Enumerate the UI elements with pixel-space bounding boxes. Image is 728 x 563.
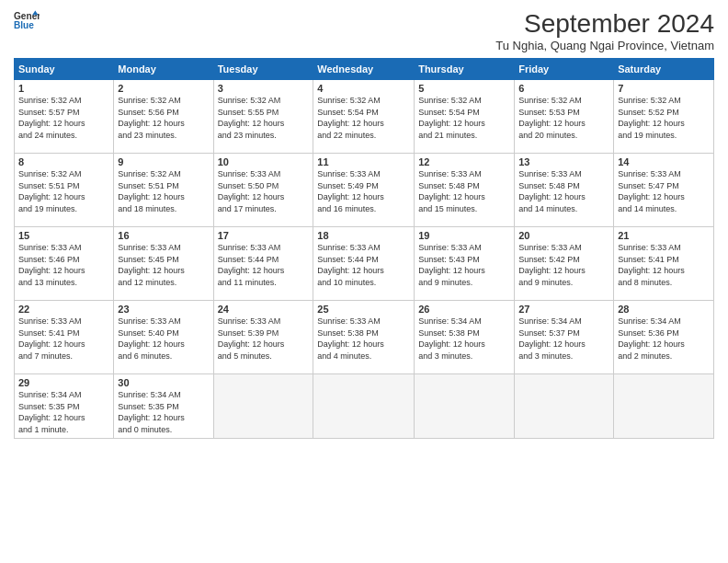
day-info: Sunrise: 5:33 AMSunset: 5:43 PMDaylight:… <box>418 242 510 288</box>
day-info: Sunrise: 5:33 AMSunset: 5:41 PMDaylight:… <box>618 242 710 288</box>
day-number: 26 <box>418 304 510 315</box>
day-number: 3 <box>218 83 310 94</box>
day-info: Sunrise: 5:33 AMSunset: 5:47 PMDaylight:… <box>618 168 710 214</box>
day-cell: 26Sunrise: 5:34 AMSunset: 5:38 PMDayligh… <box>415 301 515 374</box>
day-info: Sunrise: 5:32 AMSunset: 5:57 PMDaylight:… <box>18 95 109 141</box>
day-number: 16 <box>118 230 209 241</box>
day-info: Sunrise: 5:32 AMSunset: 5:51 PMDaylight:… <box>118 168 209 214</box>
day-cell: 1Sunrise: 5:32 AMSunset: 5:57 PMDaylight… <box>15 80 114 154</box>
day-number: 4 <box>317 83 410 94</box>
day-number: 12 <box>418 156 510 167</box>
day-info: Sunrise: 5:33 AMSunset: 5:46 PMDaylight:… <box>18 242 109 288</box>
day-cell: 12Sunrise: 5:33 AMSunset: 5:48 PMDayligh… <box>415 154 515 227</box>
day-cell: 19Sunrise: 5:33 AMSunset: 5:43 PMDayligh… <box>415 227 515 301</box>
day-info: Sunrise: 5:34 AMSunset: 5:36 PMDaylight:… <box>618 316 710 362</box>
day-cell: 23Sunrise: 5:33 AMSunset: 5:40 PMDayligh… <box>114 301 213 374</box>
day-info: Sunrise: 5:33 AMSunset: 5:44 PMDaylight:… <box>218 242 310 288</box>
day-info: Sunrise: 5:33 AMSunset: 5:38 PMDaylight:… <box>317 316 410 362</box>
weekday-monday: Monday <box>114 59 213 80</box>
weekday-friday: Friday <box>515 59 614 80</box>
day-number: 5 <box>418 83 510 94</box>
day-cell: 22Sunrise: 5:33 AMSunset: 5:41 PMDayligh… <box>15 301 114 374</box>
day-info: Sunrise: 5:33 AMSunset: 5:49 PMDaylight:… <box>317 168 410 214</box>
day-number: 17 <box>218 230 310 241</box>
week-row-4: 22Sunrise: 5:33 AMSunset: 5:41 PMDayligh… <box>15 301 714 374</box>
day-info: Sunrise: 5:33 AMSunset: 5:48 PMDaylight:… <box>518 168 609 214</box>
day-cell: 20Sunrise: 5:33 AMSunset: 5:42 PMDayligh… <box>515 227 614 301</box>
day-number: 13 <box>518 156 609 167</box>
day-cell: 18Sunrise: 5:33 AMSunset: 5:44 PMDayligh… <box>313 227 415 301</box>
header: General Blue September 2024 Tu Nghia, Qu… <box>14 9 714 52</box>
weekday-header-row: SundayMondayTuesdayWednesdayThursdayFrid… <box>15 59 714 80</box>
day-cell <box>313 374 415 439</box>
day-cell: 8Sunrise: 5:32 AMSunset: 5:51 PMDaylight… <box>15 154 114 227</box>
day-cell: 4Sunrise: 5:32 AMSunset: 5:54 PMDaylight… <box>313 80 415 154</box>
day-number: 24 <box>218 304 310 315</box>
day-number: 25 <box>317 304 410 315</box>
day-cell <box>614 374 714 439</box>
day-cell <box>213 374 313 439</box>
day-number: 6 <box>518 83 609 94</box>
day-number: 10 <box>218 156 310 167</box>
day-info: Sunrise: 5:32 AMSunset: 5:55 PMDaylight:… <box>218 95 310 141</box>
day-number: 11 <box>317 156 410 167</box>
day-cell: 24Sunrise: 5:33 AMSunset: 5:39 PMDayligh… <box>213 301 313 374</box>
day-cell <box>415 374 515 439</box>
day-number: 19 <box>418 230 510 241</box>
day-cell: 28Sunrise: 5:34 AMSunset: 5:36 PMDayligh… <box>614 301 714 374</box>
day-number: 21 <box>618 230 710 241</box>
month-title: September 2024 <box>495 9 714 39</box>
day-cell: 7Sunrise: 5:32 AMSunset: 5:52 PMDaylight… <box>614 80 714 154</box>
day-info: Sunrise: 5:34 AMSunset: 5:37 PMDaylight:… <box>518 316 609 362</box>
day-info: Sunrise: 5:32 AMSunset: 5:56 PMDaylight:… <box>118 95 209 141</box>
day-info: Sunrise: 5:33 AMSunset: 5:42 PMDaylight:… <box>518 242 609 288</box>
weekday-saturday: Saturday <box>614 59 714 80</box>
calendar: SundayMondayTuesdayWednesdayThursdayFrid… <box>14 58 714 439</box>
day-info: Sunrise: 5:32 AMSunset: 5:54 PMDaylight:… <box>317 95 410 141</box>
weekday-sunday: Sunday <box>15 59 114 80</box>
logo-icon: General Blue <box>14 9 40 35</box>
calendar-body: 1Sunrise: 5:32 AMSunset: 5:57 PMDaylight… <box>15 80 714 439</box>
day-number: 23 <box>118 304 209 315</box>
day-info: Sunrise: 5:33 AMSunset: 5:45 PMDaylight:… <box>118 242 209 288</box>
week-row-1: 1Sunrise: 5:32 AMSunset: 5:57 PMDaylight… <box>15 80 714 154</box>
day-number: 8 <box>18 156 109 167</box>
day-number: 22 <box>18 304 109 315</box>
day-info: Sunrise: 5:32 AMSunset: 5:52 PMDaylight:… <box>618 95 710 141</box>
day-number: 30 <box>118 377 209 388</box>
day-info: Sunrise: 5:34 AMSunset: 5:35 PMDaylight:… <box>18 389 109 435</box>
day-cell <box>515 374 614 439</box>
weekday-wednesday: Wednesday <box>313 59 415 80</box>
day-number: 29 <box>18 377 109 388</box>
day-cell: 2Sunrise: 5:32 AMSunset: 5:56 PMDaylight… <box>114 80 213 154</box>
day-cell: 27Sunrise: 5:34 AMSunset: 5:37 PMDayligh… <box>515 301 614 374</box>
day-number: 2 <box>118 83 209 94</box>
day-cell: 6Sunrise: 5:32 AMSunset: 5:53 PMDaylight… <box>515 80 614 154</box>
svg-text:Blue: Blue <box>14 20 34 30</box>
day-cell: 30Sunrise: 5:34 AMSunset: 5:35 PMDayligh… <box>114 374 213 439</box>
day-number: 18 <box>317 230 410 241</box>
weekday-tuesday: Tuesday <box>213 59 313 80</box>
weekday-thursday: Thursday <box>415 59 515 80</box>
day-info: Sunrise: 5:33 AMSunset: 5:41 PMDaylight:… <box>18 316 109 362</box>
day-cell: 17Sunrise: 5:33 AMSunset: 5:44 PMDayligh… <box>213 227 313 301</box>
week-row-3: 15Sunrise: 5:33 AMSunset: 5:46 PMDayligh… <box>15 227 714 301</box>
day-cell: 29Sunrise: 5:34 AMSunset: 5:35 PMDayligh… <box>15 374 114 439</box>
day-number: 14 <box>618 156 710 167</box>
day-info: Sunrise: 5:33 AMSunset: 5:50 PMDaylight:… <box>218 168 310 214</box>
day-number: 28 <box>618 304 710 315</box>
day-info: Sunrise: 5:33 AMSunset: 5:44 PMDaylight:… <box>317 242 410 288</box>
day-info: Sunrise: 5:32 AMSunset: 5:53 PMDaylight:… <box>518 95 609 141</box>
day-cell: 16Sunrise: 5:33 AMSunset: 5:45 PMDayligh… <box>114 227 213 301</box>
day-cell: 13Sunrise: 5:33 AMSunset: 5:48 PMDayligh… <box>515 154 614 227</box>
day-cell: 14Sunrise: 5:33 AMSunset: 5:47 PMDayligh… <box>614 154 714 227</box>
day-cell: 9Sunrise: 5:32 AMSunset: 5:51 PMDaylight… <box>114 154 213 227</box>
day-cell: 3Sunrise: 5:32 AMSunset: 5:55 PMDaylight… <box>213 80 313 154</box>
logo: General Blue <box>14 9 40 35</box>
title-area: September 2024 Tu Nghia, Quang Ngai Prov… <box>495 9 714 52</box>
day-number: 27 <box>518 304 609 315</box>
day-cell: 21Sunrise: 5:33 AMSunset: 5:41 PMDayligh… <box>614 227 714 301</box>
day-info: Sunrise: 5:34 AMSunset: 5:38 PMDaylight:… <box>418 316 510 362</box>
day-cell: 15Sunrise: 5:33 AMSunset: 5:46 PMDayligh… <box>15 227 114 301</box>
day-number: 1 <box>18 83 109 94</box>
